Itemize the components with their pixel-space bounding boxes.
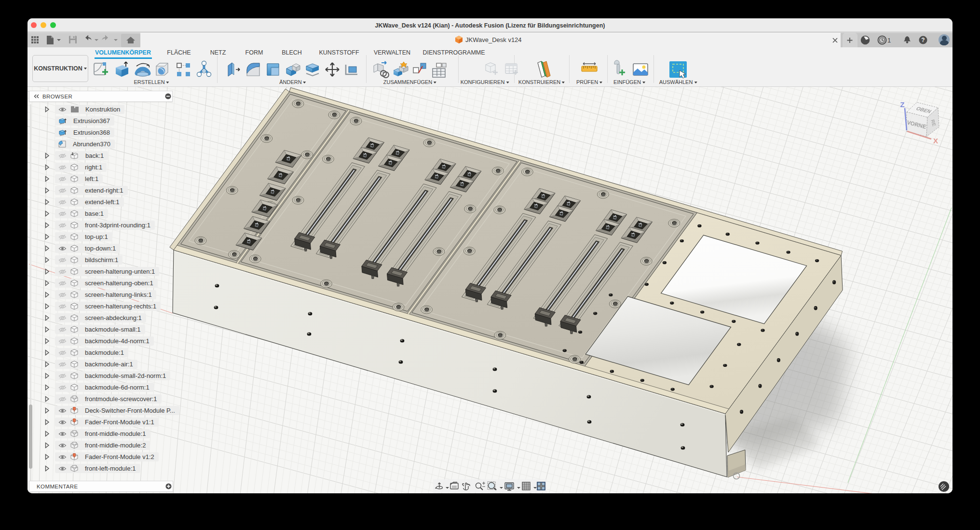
svg-text:?: ? xyxy=(921,37,925,43)
svg-text:1: 1 xyxy=(887,37,891,44)
svg-text:X: X xyxy=(933,137,938,145)
svg-text:Z: Z xyxy=(900,100,904,109)
